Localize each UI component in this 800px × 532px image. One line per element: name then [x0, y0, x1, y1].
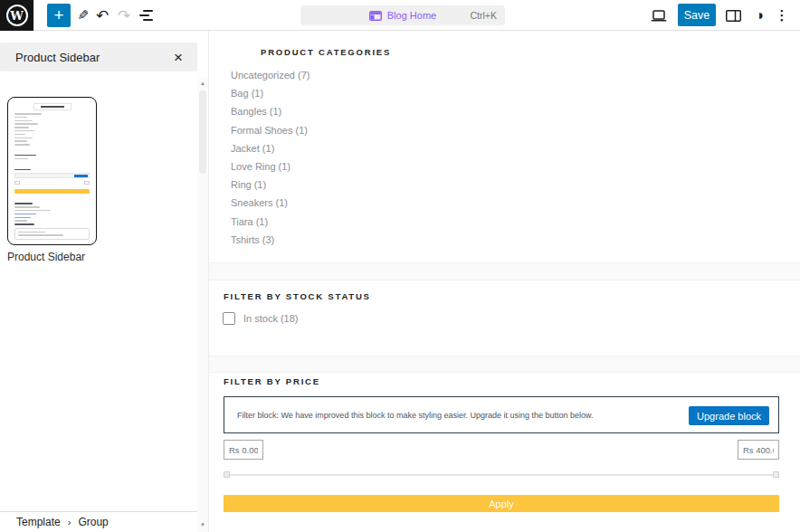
- price-filter-block: FILTER BY PRICE Filter block: We have im…: [209, 373, 800, 532]
- min-price-input[interactable]: [224, 440, 263, 460]
- max-price-input[interactable]: [738, 440, 779, 460]
- category-list: Uncategorized (7) Bag (1) Bangles (1) Fo…: [231, 66, 310, 249]
- wordpress-logo-button[interactable]: W: [0, 0, 33, 31]
- template-part-panel: Product Sidebar ×: [0, 31, 208, 532]
- breadcrumb: Template › Group: [0, 511, 197, 532]
- category-link[interactable]: Sneakers (1): [231, 197, 288, 208]
- apply-button[interactable]: Apply: [224, 495, 779, 512]
- slider-handle-max[interactable]: [773, 471, 779, 478]
- thumb-search-box: [14, 228, 90, 240]
- product-categories-block: PRODUCT CATEGORIES Uncategorized (7) Bag…: [209, 31, 800, 262]
- category-link[interactable]: Tiara (1): [231, 216, 268, 227]
- price-range-slider: [224, 471, 779, 479]
- close-icon[interactable]: ×: [170, 48, 186, 67]
- template-part-name: Product Sidebar: [7, 251, 85, 263]
- in-stock-label: In stock (18): [243, 313, 299, 324]
- panel-scrollbar[interactable]: ▲ ▼: [197, 78, 208, 532]
- preview-device-icon[interactable]: [648, 0, 670, 31]
- category-item: Bag (1): [231, 84, 310, 102]
- category-item: Sneakers (1): [231, 194, 310, 212]
- command-palette-bar[interactable]: Blog Home Ctrl+K: [300, 5, 505, 25]
- category-item: Ring (1): [231, 176, 310, 194]
- category-link[interactable]: Jacket (1): [231, 143, 274, 154]
- upgrade-notice-text: Filter block: We have improved this bloc…: [237, 397, 594, 432]
- stock-filter-heading: FILTER BY STOCK STATUS: [224, 291, 371, 301]
- undo-icon[interactable]: ↶: [91, 0, 113, 31]
- scroll-up-icon[interactable]: ▲: [197, 78, 208, 89]
- site-editor: W + ✎ ↶ ↷ Blog Home Ctrl+K: [0, 0, 800, 532]
- panel-title: Product Sidebar: [15, 51, 170, 64]
- stock-filter-block: FILTER BY STOCK STATUS In stock (18): [209, 280, 800, 356]
- category-link[interactable]: Love Ring (1): [231, 161, 290, 172]
- category-item: Tshirts (3): [231, 231, 310, 249]
- scrollbar-thumb[interactable]: [199, 90, 206, 174]
- styles-icon[interactable]: ◑: [748, 0, 770, 31]
- scroll-down-icon[interactable]: ▼: [197, 519, 208, 530]
- slider-track: [224, 474, 779, 476]
- list-view-glyph: [139, 10, 153, 21]
- category-link[interactable]: Tshirts (3): [231, 234, 274, 245]
- laptop-glyph: [651, 10, 667, 22]
- category-link[interactable]: Ring (1): [231, 179, 266, 190]
- template-part-thumbnail[interactable]: [7, 97, 97, 245]
- chevron-right-icon: ›: [68, 517, 71, 527]
- thumb-notice: [14, 173, 90, 178]
- upgrade-notice: Filter block: We have improved this bloc…: [224, 396, 779, 433]
- columns-glyph: [726, 10, 741, 22]
- category-item: Uncategorized (7): [231, 66, 310, 84]
- panel-header: Product Sidebar ×: [0, 43, 197, 71]
- stock-checkbox-row: In stock (18): [223, 312, 299, 325]
- category-item: Bangles (1): [231, 102, 310, 120]
- thumb-heading: [33, 103, 71, 110]
- category-item: Jacket (1): [231, 139, 310, 157]
- command-shortcut: Ctrl+K: [471, 5, 497, 25]
- price-inputs-row: [224, 440, 779, 460]
- category-item: Love Ring (1): [231, 157, 310, 176]
- options-menu-icon[interactable]: ⋮: [771, 0, 793, 31]
- list-view-icon[interactable]: [135, 0, 157, 31]
- breadcrumb-template[interactable]: Template: [16, 516, 61, 528]
- slider-handle-min[interactable]: [224, 471, 230, 478]
- category-link[interactable]: Formal Shoes (1): [231, 125, 308, 136]
- thumb-price-inputs: [14, 181, 90, 185]
- breadcrumb-group[interactable]: Group: [78, 516, 108, 528]
- block-gap: [209, 356, 800, 373]
- block-inserter-button[interactable]: +: [47, 4, 71, 27]
- settings-sidebar-icon[interactable]: [722, 0, 744, 31]
- block-gap: [209, 262, 800, 280]
- in-stock-checkbox[interactable]: [223, 312, 235, 325]
- wordpress-logo-icon: W: [6, 5, 28, 26]
- redo-icon: ↷: [113, 0, 135, 31]
- upgrade-block-button[interactable]: Upgrade block: [689, 406, 769, 425]
- editor-topbar: W + ✎ ↶ ↷ Blog Home Ctrl+K: [0, 0, 800, 31]
- command-palette-label: Blog Home: [387, 10, 436, 21]
- product-categories-heading: PRODUCT CATEGORIES: [261, 47, 391, 57]
- save-button[interactable]: Save: [678, 4, 716, 26]
- category-link[interactable]: Bag (1): [231, 88, 263, 99]
- category-item: Tiara (1): [231, 213, 310, 231]
- editor-canvas: PRODUCT CATEGORIES Uncategorized (7) Bag…: [208, 31, 800, 532]
- template-icon: [369, 11, 382, 21]
- price-filter-heading: FILTER BY PRICE: [224, 376, 320, 386]
- category-item: Formal Shoes (1): [231, 121, 310, 139]
- category-link[interactable]: Uncategorized (7): [231, 70, 310, 81]
- category-link[interactable]: Bangles (1): [231, 106, 281, 117]
